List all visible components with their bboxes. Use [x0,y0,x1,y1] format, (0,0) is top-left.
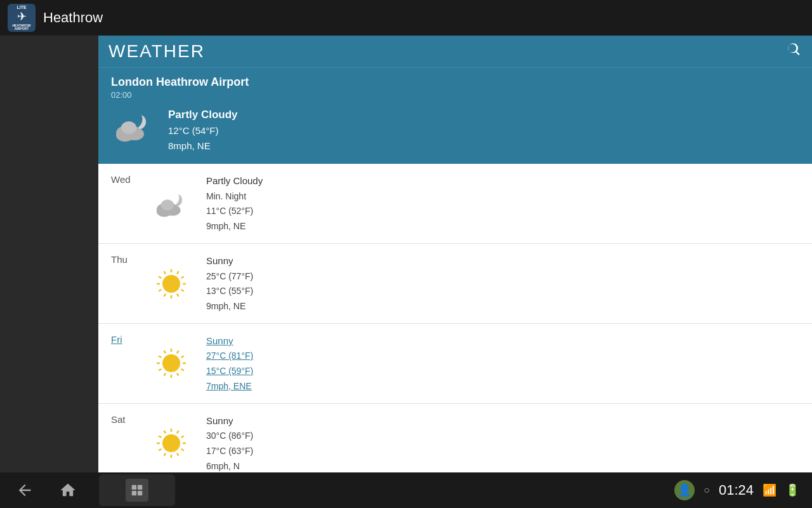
forecast-condition: Sunny [206,253,799,269]
top-bar: LITE ✈ HEATHROWAIRPORT Heathrow [0,0,812,36]
forecast-temp-low[interactable]: 15°C (59°F) [206,364,799,379]
current-weather-row: Partly Cloudy 12°C (54°F) 8mph, NE [111,106,799,154]
left-sidebar [0,36,98,508]
bottom-navigation-bar: 👤 ○ 01:24 📶 🔋 [0,472,812,508]
main-content: WEATHER London Heathrow Airport 02:00 [0,36,812,508]
svg-line-30 [164,351,166,353]
svg-rect-53 [132,491,136,495]
forecast-wind: 9mph, NE [206,299,799,314]
forecast-temp-low: 13°C (55°F) [206,284,799,299]
recents-button[interactable] [126,479,148,502]
app-title: Heathrow [43,10,103,26]
svg-line-24 [177,373,179,376]
svg-line-37 [177,453,179,456]
forecast-temp-high[interactable]: 27°C (81°F) [206,349,799,364]
current-location: London Heathrow Airport [111,76,799,89]
forecast-day-label[interactable]: Fri [111,333,149,345]
home-button[interactable] [56,478,80,502]
current-wind: 8mph, NE [168,138,238,154]
svg-line-27 [159,369,161,371]
svg-point-8 [162,275,180,293]
svg-line-20 [181,276,184,278]
recents-button-area[interactable] [99,474,175,506]
current-details: Partly Cloudy 12°C (54°F) 8mph, NE [168,106,238,154]
forecast-condition: Sunny [206,413,799,429]
svg-point-7 [161,199,174,210]
wifi-icon: 📶 [763,483,776,497]
current-weather-panel: London Heathrow Airport 02:00 [98,67,812,164]
app-icon-lite: LITE [16,5,26,10]
svg-line-43 [164,431,166,433]
svg-line-26 [164,373,166,376]
svg-line-10 [181,290,184,291]
user-icon: 👤 [674,480,695,500]
svg-line-40 [159,449,161,451]
current-weather-icon [111,110,155,150]
current-condition: Partly Cloudy [168,106,238,123]
back-button[interactable] [13,478,37,502]
svg-line-46 [181,436,184,438]
forecast-temp-high: 30°C (86°F) [206,429,799,444]
forecast-details: Sunny30°C (86°F)17°C (63°F)6mph, N [193,413,799,474]
svg-line-11 [177,293,179,296]
forecast-temp-low: 17°C (63°F) [206,444,799,459]
app-icon: LITE ✈ HEATHROWAIRPORT [8,4,36,32]
svg-line-13 [164,293,166,296]
forecast-weather-icon [149,189,193,219]
forecast-day-label: Thu [111,253,149,265]
forecast-weather-icon [149,347,193,380]
svg-line-39 [164,453,166,456]
forecast-weather-icon [149,427,193,460]
forecast-wind: 9mph, NE [206,219,799,234]
bottom-nav-right: 👤 ○ 01:24 📶 🔋 [674,480,799,500]
weather-section-header: WEATHER [98,36,812,67]
current-temp: 12°C (54°F) [168,123,238,138]
svg-rect-52 [138,485,142,490]
svg-point-34 [162,434,180,452]
svg-line-36 [181,449,184,451]
forecast-temp-low: 11°C (52°F) [206,204,799,219]
svg-line-14 [159,290,161,291]
forecast-row: Fri Sunny27°C (81°F)15°C (59°F)7mph, ENE [98,324,812,404]
right-content: WEATHER London Heathrow Airport 02:00 [98,36,812,508]
forecast-condition: Partly Cloudy [206,173,799,189]
svg-line-23 [181,369,184,371]
forecast-details: Sunny27°C (81°F)15°C (59°F)7mph, ENE [193,333,799,394]
svg-rect-51 [132,485,136,490]
forecast-row: Thu Sunny25°C (77°F)13°C (55°F)9mph, NE [98,244,812,324]
app-icon-plane: ✈ [17,10,27,23]
svg-line-42 [159,436,161,438]
search-button[interactable] [785,41,802,62]
svg-line-17 [164,271,166,274]
svg-line-33 [181,356,184,358]
svg-line-32 [177,351,179,353]
forecast-row: Sat Sunny30°C (86°F)17°C (63°F)6mph, N [98,404,812,484]
forecast-list: Wed Partly CloudyMin. Night11°C (52°F)9m… [98,164,812,485]
svg-point-3 [121,121,136,134]
bottom-nav-left [13,474,175,506]
forecast-condition[interactable]: Sunny [206,333,799,349]
svg-point-21 [162,354,180,372]
battery-icon: 🔋 [785,483,799,497]
forecast-temp-high: Min. Night [206,189,799,204]
current-time: 02:00 [111,90,799,100]
svg-rect-54 [138,491,142,495]
forecast-temp-high: 25°C (77°F) [206,269,799,284]
forecast-details: Sunny25°C (77°F)13°C (55°F)9mph, NE [193,253,799,314]
app-icon-name: HEATHROWAIRPORT [12,24,30,30]
forecast-day-label: Wed [111,173,149,185]
signal-icon: ○ [704,485,710,496]
time-display: 01:24 [719,482,754,498]
forecast-day-label: Sat [111,413,149,425]
svg-line-29 [159,356,161,358]
weather-title: WEATHER [108,41,205,62]
forecast-weather-icon [149,267,193,300]
forecast-wind[interactable]: 7mph, ENE [206,379,799,394]
svg-line-16 [159,276,161,278]
forecast-row: Wed Partly CloudyMin. Night11°C (52°F)9m… [98,164,812,244]
svg-line-19 [177,271,179,274]
forecast-details: Partly CloudyMin. Night11°C (52°F)9mph, … [193,173,799,234]
svg-line-45 [177,431,179,433]
